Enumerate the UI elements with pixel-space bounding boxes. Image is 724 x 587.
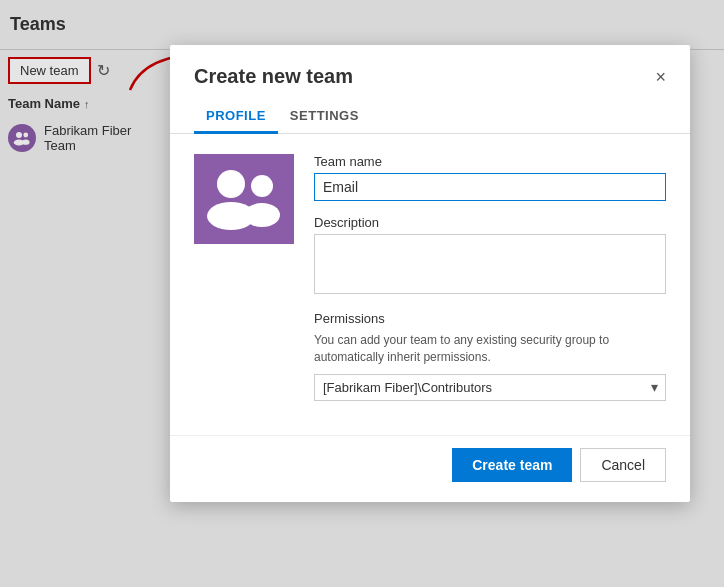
permissions-group: Permissions You can add your team to any… [314,311,666,401]
description-label: Description [314,215,666,230]
modal-footer: Create team Cancel [170,435,690,502]
cancel-button[interactable]: Cancel [580,448,666,482]
svg-point-7 [251,175,273,197]
team-name-input[interactable] [314,173,666,201]
tab-settings[interactable]: SETTINGS [278,100,371,134]
team-name-group: Team name [314,154,666,201]
permissions-select-wrapper: [Fabrikam Fiber]\Contributors [314,374,666,401]
modal-header: Create new team × [170,45,690,100]
form-section: Team name Description Permissions You ca… [314,154,666,415]
permissions-select[interactable]: [Fabrikam Fiber]\Contributors [314,374,666,401]
modal-body: Team name Description Permissions You ca… [170,134,690,435]
permissions-label: Permissions [314,311,666,326]
create-team-button[interactable]: Create team [452,448,572,482]
modal-tabs: PROFILE SETTINGS [170,100,690,134]
permissions-description: You can add your team to any existing se… [314,332,666,366]
modal-title: Create new team [194,65,353,88]
description-textarea[interactable] [314,234,666,294]
tab-profile[interactable]: PROFILE [194,100,278,134]
svg-point-5 [217,170,245,198]
description-group: Description [314,215,666,297]
team-name-label: Team name [314,154,666,169]
svg-point-8 [244,203,280,227]
modal-close-button[interactable]: × [655,68,666,86]
team-icon [194,154,294,244]
create-team-modal: Create new team × PROFILE SETTINGS Team … [170,45,690,502]
